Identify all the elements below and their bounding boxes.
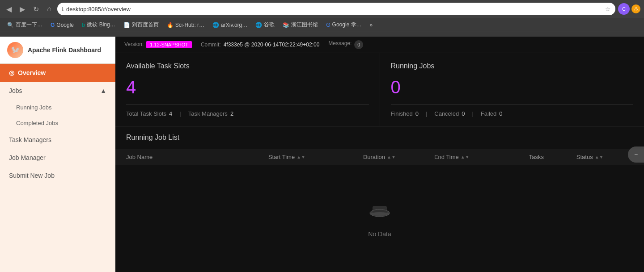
running-jobs-details: Finished 0 | Canceled 0 | Failed 0	[391, 110, 634, 117]
profile-icon[interactable]: C	[618, 3, 630, 15]
bookmark-bing[interactable]: b 微软 Bing…	[78, 20, 119, 29]
sidebar-item-jobs[interactable]: Jobs ▲	[0, 82, 115, 100]
bookmark-google-scholar[interactable]: G Google 学…	[322, 20, 365, 29]
start-time-sort-icon: ▲▼	[297, 155, 305, 159]
no-data-icon	[366, 200, 393, 226]
scihub-icon: 🔥	[167, 22, 174, 28]
col-duration[interactable]: Duration ▲▼	[363, 154, 434, 160]
bookmark-baidu-home[interactable]: 📄 到百度首页	[120, 20, 162, 29]
bookmark-google2[interactable]: 🌐 谷歌	[252, 20, 278, 29]
task-managers-value: 2	[230, 110, 233, 117]
version-info: Version: 1.12-SNAPSHOT	[124, 41, 192, 48]
failed-label: Failed	[481, 110, 496, 117]
bookmark-label: 浙江图书馆	[291, 21, 318, 29]
reload-button[interactable]: ↻	[30, 4, 41, 14]
scholar-icon: G	[326, 22, 330, 28]
task-managers-label: Task Managers	[188, 110, 228, 117]
col-tasks-label: Tasks	[529, 154, 544, 160]
scroll-collapse-button[interactable]: −	[628, 146, 644, 163]
status-sort-icon: ▲▼	[595, 155, 604, 159]
running-jobs-panel: Running Jobs 0 Finished 0 | Canceled 0	[380, 53, 644, 126]
bookmark-star-icon[interactable]: ☆	[605, 5, 611, 13]
sidebar-header: 🐿 Apache Flink Dashboard	[0, 37, 115, 64]
address-text: desktop:8085/#/overview	[66, 6, 602, 13]
message-label: Message:	[328, 40, 352, 49]
sidebar: 🐿 Apache Flink Dashboard ◎ Overview Jobs…	[0, 37, 115, 272]
bookmark-google[interactable]: G Google	[47, 21, 77, 29]
svg-point-2	[370, 212, 390, 216]
zhejiang-icon: 📚	[283, 22, 289, 28]
browser-chrome: ◀ ▶ ↻ ⌂ ℹ desktop:8085/#/overview ☆ C ⚠ …	[0, 0, 644, 37]
table-header-row: Job Name Start Time ▲▼ Duration ▲▼ End T…	[115, 149, 644, 165]
job-manager-label: Job Manager	[9, 154, 46, 161]
available-slots-details: Total Task Slots 4 | Task Managers 2	[126, 110, 369, 117]
sidebar-item-overview[interactable]: ◎ Overview	[0, 64, 115, 82]
home-button[interactable]: ⌂	[44, 4, 55, 14]
version-label: Version:	[124, 41, 144, 48]
baidu-home-icon: 📄	[123, 22, 130, 28]
available-slots-title: Available Task Slots	[126, 62, 369, 70]
main-wrapper: Version: 1.12-SNAPSHOT Commit: 4f333e5 @…	[115, 37, 644, 272]
sidebar-nav: ◎ Overview Jobs ▲ Running Jobs Completed…	[0, 64, 115, 272]
running-jobs-title: Running Jobs	[391, 62, 634, 70]
total-slots-label: Total Task Slots	[126, 110, 166, 117]
col-tasks: Tasks	[529, 154, 576, 160]
version-value: 1.12-SNAPSHOT	[146, 41, 192, 48]
bookmark-label: 百度一下…	[16, 21, 42, 29]
sidebar-item-completed-jobs[interactable]: Completed Jobs	[0, 115, 115, 131]
canceled-detail: Canceled 0	[434, 110, 465, 117]
sidebar-item-label-overview: Overview	[18, 69, 46, 76]
message-info: Message: 0	[328, 40, 363, 49]
bookmark-label: Google	[56, 22, 74, 28]
running-jobs-value: 0	[391, 77, 634, 97]
overview-icon: ◎	[9, 69, 14, 76]
bookmark-baidu[interactable]: 🔍 百度一下…	[4, 20, 46, 29]
sidebar-item-job-manager[interactable]: Job Manager	[0, 149, 115, 167]
security-icon: ℹ	[62, 6, 64, 12]
finished-value: 0	[415, 110, 419, 117]
bing-icon: b	[82, 22, 85, 28]
address-bar[interactable]: ℹ desktop:8085/#/overview ☆	[57, 3, 615, 15]
finished-label: Finished	[391, 110, 413, 117]
col-start-time-label: Start Time	[268, 154, 295, 160]
bookmark-scihub[interactable]: 🔥 Sci-Hub: r…	[163, 21, 208, 29]
separator-1: |	[179, 110, 181, 117]
canceled-value: 0	[462, 110, 465, 117]
google2-icon: 🌐	[255, 22, 262, 28]
sidebar-item-task-managers[interactable]: Task Managers	[0, 131, 115, 149]
col-status[interactable]: Status ▲▼	[576, 154, 633, 160]
separator-3: |	[472, 110, 473, 117]
bookmark-label: 到百度首页	[132, 21, 159, 29]
main-content: Version: 1.12-SNAPSHOT Commit: 4f333e5 @…	[115, 37, 644, 272]
app-title: Apache Flink Dashboard	[28, 46, 101, 54]
app-container: 🐿 Apache Flink Dashboard ◎ Overview Jobs…	[0, 37, 644, 272]
col-end-time[interactable]: End Time ▲▼	[434, 154, 529, 160]
submit-new-job-label: Submit New Job	[9, 172, 55, 179]
bookmark-more[interactable]: »	[366, 21, 377, 29]
task-managers-label: Task Managers	[9, 136, 51, 143]
bookmark-arxiv[interactable]: 🌐 arXiv.org…	[209, 21, 251, 29]
sidebar-item-submit-new-job[interactable]: Submit New Job	[0, 167, 115, 184]
sidebar-item-running-jobs[interactable]: Running Jobs	[0, 100, 115, 115]
minus-icon: −	[634, 151, 638, 158]
finished-detail: Finished 0	[391, 110, 419, 117]
col-duration-label: Duration	[363, 154, 385, 160]
col-start-time[interactable]: Start Time ▲▼	[268, 154, 363, 160]
failed-value: 0	[499, 110, 502, 117]
total-slots-detail: Total Task Slots 4	[126, 110, 172, 117]
back-button[interactable]: ◀	[4, 4, 14, 14]
more-label: »	[370, 22, 373, 28]
no-data-container: No Data	[366, 200, 393, 238]
menu-icon[interactable]: ⚠	[631, 4, 640, 13]
bookmark-zhejiang[interactable]: 📚 浙江图书馆	[279, 20, 322, 29]
col-end-time-label: End Time	[434, 154, 459, 160]
available-slots-value: 4	[126, 77, 369, 97]
browser-toolbar: ◀ ▶ ↻ ⌂ ℹ desktop:8085/#/overview ☆ C ⚠	[0, 0, 644, 18]
commit-label: Commit:	[201, 42, 221, 48]
top-info-bar: Version: 1.12-SNAPSHOT Commit: 4f333e5 @…	[115, 37, 644, 53]
forward-button[interactable]: ▶	[17, 4, 28, 14]
jobs-label: Jobs	[9, 87, 22, 94]
browser-right-icons: C ⚠	[618, 3, 640, 15]
job-list-section: Running Job List Job Name Start Time ▲▼ …	[115, 126, 644, 272]
duration-sort-icon: ▲▼	[387, 155, 396, 159]
